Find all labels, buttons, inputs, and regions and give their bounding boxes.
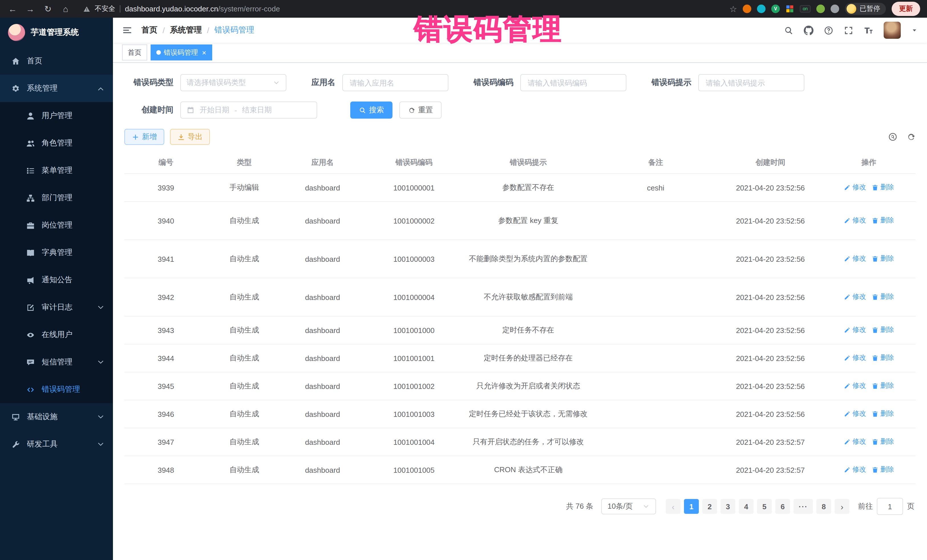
sidebar-item-error-code[interactable]: 错误码管理: [0, 376, 113, 403]
sidebar-item-dept[interactable]: 部门管理: [0, 184, 113, 212]
hamburger-icon[interactable]: [122, 25, 132, 35]
toggle-search-icon[interactable]: [888, 132, 897, 141]
refresh-table-icon[interactable]: [906, 132, 916, 141]
breadcrumb-item[interactable]: 首页: [141, 25, 158, 35]
user-avatar[interactable]: [884, 22, 901, 39]
sidebar-item-user[interactable]: 用户管理: [0, 102, 113, 129]
page-button-2[interactable]: 2: [702, 499, 717, 514]
browser-home-icon[interactable]: ⌂: [60, 4, 71, 14]
view-tab-active[interactable]: 错误码管理×: [150, 44, 212, 61]
sidebar-item-menu[interactable]: 菜单管理: [0, 157, 113, 184]
edit-link[interactable]: 修改: [844, 437, 866, 447]
browser-reload-icon[interactable]: ↻: [42, 4, 54, 14]
delete-label: 删除: [880, 216, 894, 226]
edit-link[interactable]: 修改: [844, 292, 866, 302]
edit-link[interactable]: 修改: [844, 254, 866, 264]
page-button-4[interactable]: 4: [739, 499, 754, 514]
breadcrumb: 首页/系统管理/错误码管理: [141, 25, 254, 35]
goto-label: 前往: [858, 501, 873, 511]
browser-update-button[interactable]: 更新: [892, 2, 920, 16]
github-icon[interactable]: [804, 25, 813, 35]
delete-link[interactable]: 删除: [872, 254, 894, 264]
browser-back-icon[interactable]: ←: [7, 4, 18, 14]
security-label[interactable]: 不安全: [95, 4, 115, 14]
sidebar-item-audit-log[interactable]: 审计日志: [0, 294, 113, 321]
fullscreen-icon[interactable]: [844, 25, 853, 35]
edit-link[interactable]: 修改: [844, 216, 866, 226]
extension-icon[interactable]: [743, 5, 751, 13]
export-button[interactable]: 导出: [170, 129, 210, 145]
delete-link[interactable]: 删除: [872, 381, 894, 391]
app-logo[interactable]: 芋道管理系统: [0, 18, 113, 47]
prev-page-button[interactable]: ‹: [666, 499, 681, 514]
extension-on-badge[interactable]: on: [800, 5, 811, 12]
extension-icon[interactable]: [831, 5, 839, 13]
app-name-input[interactable]: [348, 78, 442, 88]
sidebar-item-label: 短信管理: [42, 357, 73, 367]
page-button-8[interactable]: 8: [816, 499, 831, 514]
search-button[interactable]: 搜索: [350, 102, 392, 118]
cell-type: 自动生成: [207, 456, 281, 484]
delete-link[interactable]: 删除: [872, 465, 894, 475]
error-code-input[interactable]: [527, 78, 620, 88]
goto-page-input[interactable]: [877, 498, 903, 515]
users-icon: [26, 139, 35, 147]
error-message-input[interactable]: [705, 78, 798, 88]
address-bar[interactable]: 不安全 dashboard.yudao.iocoder.cn/system/er…: [78, 2, 286, 15]
delete-link[interactable]: 删除: [872, 183, 894, 193]
sidebar-item-role[interactable]: 角色管理: [0, 129, 113, 157]
extension-icon[interactable]: V: [771, 5, 780, 13]
extensions-grid-icon[interactable]: [786, 5, 794, 13]
sidebar-item-dev-tools[interactable]: 研发工具: [0, 431, 113, 458]
delete-link[interactable]: 删除: [872, 409, 894, 419]
page-button-3[interactable]: 3: [720, 499, 736, 514]
sidebar-item-home[interactable]: 首页: [0, 47, 113, 75]
browser-profile-chip[interactable]: 已暂停: [845, 3, 886, 15]
delete-link[interactable]: 删除: [872, 437, 894, 447]
delete-link[interactable]: 删除: [872, 353, 894, 363]
extension-icon[interactable]: [757, 5, 766, 13]
edit-link[interactable]: 修改: [844, 381, 866, 391]
edit-link[interactable]: 修改: [844, 325, 866, 335]
caret-down-icon[interactable]: [911, 27, 918, 33]
browser-forward-icon[interactable]: →: [24, 4, 36, 14]
cell-code: 1001001004: [364, 428, 464, 456]
date-range-picker[interactable]: 开始日期 - 结束日期: [180, 102, 317, 118]
edit-link[interactable]: 修改: [844, 353, 866, 363]
breadcrumb-item[interactable]: 系统管理: [170, 25, 202, 35]
sidebar-item-infra[interactable]: 基础设施: [0, 403, 113, 431]
edit-link[interactable]: 修改: [844, 465, 866, 475]
cell-actions: 修改删除: [822, 456, 916, 484]
add-button[interactable]: 新增: [125, 129, 164, 145]
url-text[interactable]: dashboard.yudao.iocoder.cn/system/error-…: [125, 5, 280, 13]
delete-link[interactable]: 删除: [872, 325, 894, 335]
reset-button[interactable]: 重置: [399, 102, 442, 118]
sidebar-submenu: 用户管理角色管理菜单管理部门管理岗位管理字典管理通知公告审计日志在线用户短信管理…: [0, 102, 113, 403]
next-page-button[interactable]: ›: [834, 499, 849, 514]
help-icon[interactable]: [824, 25, 833, 35]
sidebar-item-system[interactable]: 系统管理: [0, 75, 113, 102]
cell-created: 2021-04-20 23:52:56: [719, 174, 822, 202]
sidebar-item-post[interactable]: 岗位管理: [0, 212, 113, 239]
error-code-type-select[interactable]: 请选择错误码类型: [180, 74, 286, 91]
sidebar-item-notice[interactable]: 通知公告: [0, 266, 113, 294]
page-button-6[interactable]: 6: [775, 499, 790, 514]
tab-close-icon[interactable]: ×: [202, 49, 206, 56]
page-ellipsis[interactable]: ···: [793, 499, 813, 514]
sidebar-item-sms[interactable]: 短信管理: [0, 348, 113, 376]
font-size-icon[interactable]: [864, 25, 873, 35]
cell-remark: ceshi: [593, 174, 719, 202]
view-tab[interactable]: 首页: [122, 44, 147, 61]
sidebar-item-online-user[interactable]: 在线用户: [0, 321, 113, 348]
delete-link[interactable]: 删除: [872, 292, 894, 302]
page-button-5[interactable]: 5: [757, 499, 772, 514]
search-icon[interactable]: [784, 25, 793, 35]
bookmark-star-icon[interactable]: ☆: [729, 4, 737, 14]
page-button-1[interactable]: 1: [684, 499, 699, 514]
sidebar-item-dict[interactable]: 字典管理: [0, 239, 113, 266]
page-size-select[interactable]: 10条/页: [601, 498, 656, 514]
edit-link[interactable]: 修改: [844, 183, 866, 193]
delete-link[interactable]: 删除: [872, 216, 894, 226]
extension-icon[interactable]: [816, 5, 825, 13]
edit-link[interactable]: 修改: [844, 409, 866, 419]
